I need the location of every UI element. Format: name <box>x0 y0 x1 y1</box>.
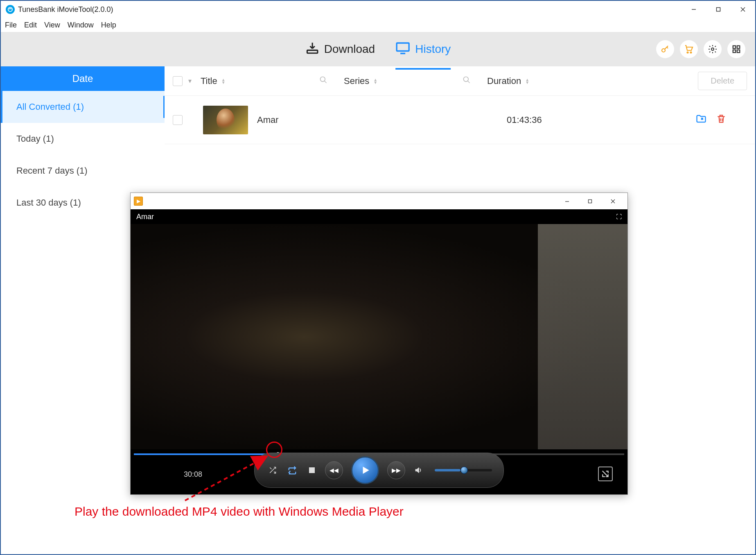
key-button[interactable] <box>656 40 674 58</box>
svg-point-16 <box>320 77 325 82</box>
delete-button[interactable]: Delete <box>698 72 747 90</box>
sidebar-item-label: Recent 7 days (1) <box>16 165 88 176</box>
player-title-bar: ▶ <box>131 193 627 209</box>
media-player-window: ▶ Amar ⛶ 30:08 ◀◀ <box>130 193 628 495</box>
settings-button[interactable] <box>704 40 722 58</box>
shuffle-button[interactable] <box>266 464 279 477</box>
tab-download-label: Download <box>324 43 375 56</box>
repeat-button[interactable] <box>286 464 299 477</box>
app-icon <box>6 5 15 14</box>
trash-icon[interactable] <box>716 113 727 127</box>
toolbar: Download History <box>1 32 755 66</box>
sort-icon: ▲▼ <box>221 78 226 84</box>
menu-edit[interactable]: Edit <box>24 21 37 29</box>
chevron-down-icon[interactable]: ▾ <box>188 77 192 85</box>
player-close-button[interactable] <box>601 193 624 209</box>
volume-fill <box>435 469 460 471</box>
column-series-label: Series <box>344 76 369 86</box>
annotation-circle <box>266 442 282 458</box>
sort-icon: ▲▼ <box>373 78 377 84</box>
svg-rect-6 <box>397 43 409 51</box>
video-area[interactable]: Amar ⛶ 30:08 ◀◀ <box>131 209 627 494</box>
search-icon[interactable] <box>319 76 327 86</box>
next-button[interactable]: ▶▶ <box>387 461 405 479</box>
fullscreen-button[interactable] <box>598 467 613 481</box>
svg-line-19 <box>468 81 470 83</box>
expand-icon[interactable]: ⛶ <box>616 213 622 220</box>
window-controls <box>682 1 755 18</box>
svg-rect-15 <box>737 50 740 52</box>
player-maximize-button[interactable] <box>578 193 601 209</box>
player-controls: ◀◀ ▶▶ <box>131 453 627 488</box>
select-all-checkbox[interactable] <box>173 76 183 86</box>
sidebar-item-label: All Converted (1) <box>16 102 84 112</box>
video-thumbnail <box>203 106 248 134</box>
grid-button[interactable] <box>727 40 745 58</box>
tab-download[interactable]: Download <box>305 37 375 62</box>
cart-button[interactable] <box>680 40 698 58</box>
column-duration-label: Duration <box>487 76 521 86</box>
column-duration[interactable]: Duration ▲▼ <box>487 76 585 86</box>
sidebar-header: Date <box>1 66 165 91</box>
wmp-icon: ▶ <box>134 197 143 206</box>
title-bar: TunesBank iMovieTool(2.0.0) <box>1 1 755 18</box>
svg-rect-23 <box>588 199 591 203</box>
svg-rect-26 <box>309 467 315 473</box>
play-button[interactable] <box>351 456 379 484</box>
svg-point-10 <box>691 52 692 53</box>
svg-rect-13 <box>737 46 740 48</box>
monitor-icon <box>395 41 410 58</box>
svg-rect-2 <box>717 8 720 11</box>
volume-button[interactable] <box>412 464 425 477</box>
svg-point-9 <box>687 52 688 53</box>
stop-button[interactable] <box>305 464 318 477</box>
previous-button[interactable]: ◀◀ <box>325 461 343 479</box>
svg-point-0 <box>8 7 13 12</box>
download-icon <box>305 41 319 58</box>
row-duration: 01:43:36 <box>507 115 613 125</box>
search-icon[interactable] <box>463 76 471 86</box>
row-checkbox[interactable] <box>173 115 183 125</box>
menu-bar: File Edit View Window Help <box>1 18 755 32</box>
svg-point-8 <box>662 49 665 52</box>
column-title-label: Title <box>201 76 217 86</box>
maximize-button[interactable] <box>706 1 731 18</box>
sidebar-item-label: Last 30 days (1) <box>16 197 81 208</box>
app-title: TunesBank iMovieTool(2.0.0) <box>18 5 113 14</box>
table-header: ▾ Title ▲▼ Series ▲▼ Duration ▲▼ Delete <box>165 66 755 96</box>
menu-file[interactable]: File <box>5 21 17 29</box>
sidebar-item-today[interactable]: Today (1) <box>1 123 165 155</box>
svg-rect-5 <box>307 50 318 53</box>
table-row[interactable]: Amar 01:43:36 <box>165 96 755 144</box>
row-title: Amar <box>257 115 433 125</box>
row-actions <box>695 113 747 127</box>
menu-window[interactable]: Window <box>68 21 94 29</box>
video-frame <box>131 224 627 449</box>
tab-history[interactable]: History <box>395 36 451 62</box>
open-folder-icon[interactable] <box>695 113 707 127</box>
player-minimize-button[interactable] <box>555 193 578 209</box>
svg-rect-12 <box>733 46 736 48</box>
annotation-text: Play the downloaded MP4 video with Windo… <box>74 505 404 519</box>
svg-line-17 <box>325 81 327 83</box>
svg-rect-14 <box>733 50 736 52</box>
volume-slider[interactable] <box>435 469 492 471</box>
menu-view[interactable]: View <box>44 21 60 29</box>
volume-handle[interactable] <box>460 467 468 474</box>
column-title[interactable]: Title ▲▼ <box>201 76 319 86</box>
sidebar-item-label: Today (1) <box>16 134 54 144</box>
column-series[interactable]: Series ▲▼ <box>344 76 463 86</box>
video-title: Amar <box>136 213 154 221</box>
close-button[interactable] <box>731 1 755 18</box>
svg-point-18 <box>464 77 469 82</box>
minimize-button[interactable] <box>682 1 706 18</box>
sort-icon: ▲▼ <box>525 78 529 84</box>
sidebar-item-all-converted[interactable]: All Converted (1) <box>1 91 165 123</box>
tab-history-label: History <box>415 43 451 56</box>
menu-help[interactable]: Help <box>101 21 116 29</box>
control-pill: ◀◀ ▶▶ <box>254 453 504 488</box>
sidebar-item-recent-7-days[interactable]: Recent 7 days (1) <box>1 155 165 187</box>
svg-point-11 <box>711 48 714 50</box>
